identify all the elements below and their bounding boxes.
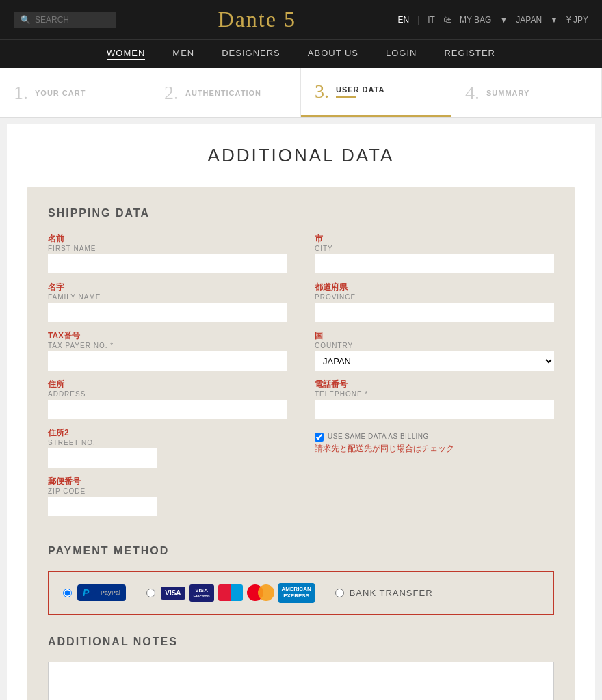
field-family-name: 名字 FAMILY NAME	[48, 282, 287, 322]
main-nav: WOMEN MEN DESIGNERS ABOUT US LOGIN REGIS…	[0, 39, 602, 68]
search-icon: 🔍	[21, 15, 31, 25]
step-1[interactable]: 1. YOUR CART	[0, 68, 150, 117]
field-telephone: 電話番号 TELEPHONE *	[315, 379, 554, 419]
label-address-jp: 住所	[48, 379, 287, 390]
notes-title: ADDITIONAL NOTES	[48, 636, 554, 648]
label-address-en: ADDRESS	[48, 390, 287, 398]
label-city-en: CITY	[315, 245, 554, 252]
field-first-name: 名前 FIRST NAME	[48, 233, 287, 273]
notes-textarea[interactable]	[48, 662, 554, 700]
step-3-label: USER DATA	[336, 85, 385, 94]
nav-designers[interactable]: DESIGNERS	[222, 48, 280, 60]
payment-bank[interactable]: BANK TRANSFER	[335, 588, 433, 598]
label-province-en: PROVINCE	[315, 293, 554, 301]
currency-label: ¥ JPY	[566, 15, 588, 25]
region-label: JAPAN	[516, 15, 542, 25]
shipping-title: SHIPPING DATA	[48, 207, 554, 219]
form-area: SHIPPING DATA 名前 FIRST NAME 名字 FAMILY NA…	[27, 187, 575, 700]
step-2[interactable]: 2. AUTHENTICATION	[150, 68, 301, 117]
label-telephone-en: TELEPHONE *	[315, 390, 554, 398]
header: 🔍 Dante 5 EN | IT 🛍 MY BAG ▼ JAPAN ▼ ¥ J…	[0, 0, 602, 39]
label-province-jp: 都道府県	[315, 282, 554, 293]
visa-logo: VISA	[161, 587, 185, 600]
amex-logo: AMERICAN EXPRESS	[278, 583, 315, 603]
step-3[interactable]: 3. USER DATA	[301, 68, 452, 117]
input-city[interactable]	[315, 254, 554, 273]
header-right: EN | IT 🛍 MY BAG ▼ JAPAN ▼ ¥ JPY	[397, 15, 588, 25]
radio-paypal[interactable]	[63, 589, 72, 597]
label-tax-en: TAX PAYER NO. *	[48, 342, 287, 349]
label-street-en: STREET NO.	[48, 439, 287, 446]
search-input[interactable]	[35, 15, 109, 25]
bank-transfer-label: BANK TRANSFER	[350, 588, 433, 598]
checkout-steps: 1. YOUR CART 2. AUTHENTICATION 3. USER D…	[0, 68, 602, 118]
payment-cards[interactable]: VISA VISA Electron AMERICAN	[146, 583, 314, 603]
paypal-label: P P PayPal	[77, 584, 126, 601]
search-bar[interactable]: 🔍	[14, 12, 116, 28]
label-city-jp: 市	[315, 233, 554, 245]
shipping-right: 市 CITY 都道府県 PROVINCE 国 COUNTRY JAPAN	[315, 233, 554, 524]
field-city: 市 CITY	[315, 233, 554, 273]
region-indicator: ▼	[499, 15, 508, 25]
step-1-num: 1.	[14, 83, 28, 103]
my-bag-link[interactable]: MY BAG	[460, 15, 491, 25]
field-country: 国 COUNTRY JAPAN	[315, 330, 554, 371]
bag-icon: 🛍	[443, 15, 452, 25]
lang-it[interactable]: IT	[428, 15, 435, 25]
field-address: 住所 ADDRESS	[48, 379, 287, 419]
page-title: ADDITIONAL DATA	[27, 145, 575, 166]
label-family-name-jp: 名字	[48, 282, 287, 293]
label-country-jp: 国	[315, 330, 554, 342]
paypal-logo: P P PayPal	[77, 584, 126, 601]
step-1-label: YOUR CART	[35, 89, 86, 97]
shipping-grid: 名前 FIRST NAME 名字 FAMILY NAME TAX番号 TAX P…	[48, 233, 554, 524]
same-billing-checkbox[interactable]	[315, 433, 324, 442]
site-logo: Dante 5	[116, 7, 397, 32]
step-4-num: 4.	[465, 83, 480, 103]
nav-women[interactable]: WOMEN	[107, 48, 145, 60]
step-3-num: 3.	[315, 82, 329, 101]
step-4[interactable]: 4. SUMMARY	[452, 68, 602, 117]
field-province: 都道府県 PROVINCE	[315, 282, 554, 322]
input-telephone[interactable]	[315, 400, 554, 419]
mastercard-logo	[247, 584, 274, 601]
billing-note: 請求先と配送先が同じ場合はチェック	[315, 443, 554, 455]
step-3-divider	[336, 96, 356, 98]
nav-register[interactable]: REGISTER	[444, 48, 495, 60]
payment-section: PAYMENT METHOD P P PayPal	[48, 545, 554, 615]
cards-group: VISA VISA Electron AMERICAN	[161, 583, 314, 603]
lang-en[interactable]: EN	[397, 15, 409, 25]
input-street[interactable]	[48, 448, 157, 468]
input-tax[interactable]	[48, 351, 287, 371]
notes-section: ADDITIONAL NOTES	[48, 636, 554, 700]
cards-label: VISA VISA Electron AMERICAN	[161, 583, 314, 603]
nav-login[interactable]: LOGIN	[386, 48, 417, 60]
visa-electron-logo: VISA Electron	[189, 584, 214, 602]
step-2-label: AUTHENTICATION	[185, 89, 261, 97]
billing-checkbox-row: USE SAME DATA AS BILLING	[315, 433, 554, 442]
label-family-name-en: FAMILY NAME	[48, 293, 287, 301]
input-family-name[interactable]	[48, 303, 287, 322]
radio-bank[interactable]	[335, 589, 344, 597]
nav-men[interactable]: MEN	[172, 48, 194, 60]
label-telephone-jp: 電話番号	[315, 379, 554, 390]
label-zip-jp: 郵便番号	[48, 476, 287, 487]
shipping-left: 名前 FIRST NAME 名字 FAMILY NAME TAX番号 TAX P…	[48, 233, 287, 524]
radio-cards[interactable]	[146, 589, 155, 597]
maestro-logo	[218, 584, 243, 601]
input-province[interactable]	[315, 303, 554, 322]
payment-title: PAYMENT METHOD	[48, 545, 554, 557]
billing-same-section: USE SAME DATA AS BILLING 請求先と配送先が同じ場合はチェ…	[315, 433, 554, 455]
label-street-jp: 住所2	[48, 427, 287, 439]
input-first-name[interactable]	[48, 254, 287, 273]
label-country-en: COUNTRY	[315, 342, 554, 349]
input-address[interactable]	[48, 400, 287, 419]
same-billing-label: USE SAME DATA AS BILLING	[328, 433, 429, 440]
label-zip-en: ZIP CODE	[48, 487, 287, 495]
select-country[interactable]: JAPAN	[315, 351, 554, 371]
nav-about[interactable]: ABOUT US	[308, 48, 358, 60]
field-tax: TAX番号 TAX PAYER NO. *	[48, 330, 287, 371]
payment-paypal[interactable]: P P PayPal	[63, 584, 126, 601]
input-zip[interactable]	[48, 497, 157, 516]
payment-options: P P PayPal VISA VISA Ele	[48, 571, 554, 615]
